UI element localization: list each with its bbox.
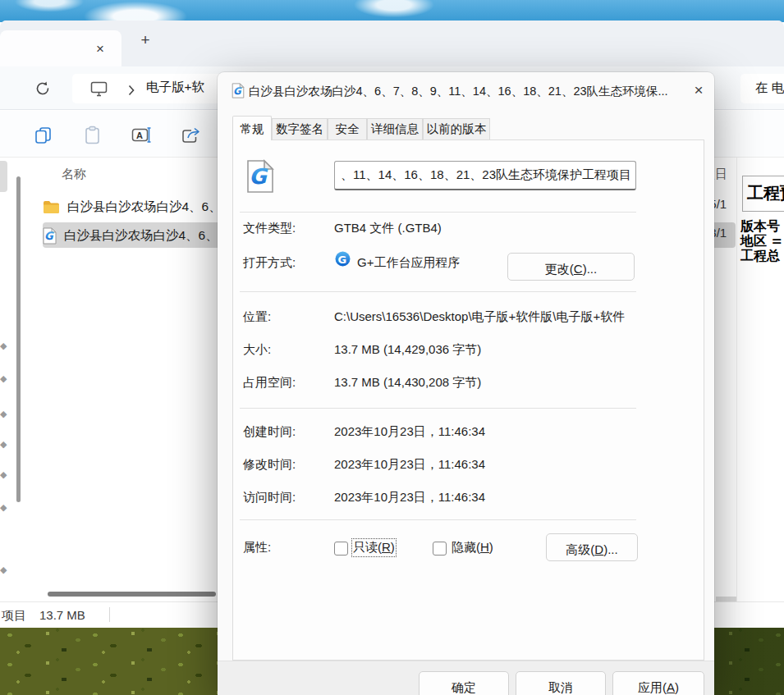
tab-digital-signatures[interactable]: 数字签名	[272, 118, 328, 139]
tree-expand-icon[interactable]: ◆	[0, 469, 7, 479]
horizontal-scrollbar[interactable]	[48, 592, 216, 597]
desktop-wallpaper-sky	[0, 0, 784, 22]
explorer-tab-bar: × +	[0, 21, 784, 66]
location-label: 位置:	[243, 309, 271, 325]
advanced-button[interactable]: 高级(D)...	[546, 533, 638, 561]
gplus-app-icon: G	[334, 250, 351, 267]
file-type-label: 文件类型:	[243, 221, 296, 236]
file-row-gtb4-selected[interactable]: G 白沙县白沙农场白沙4、6、	[43, 223, 218, 248]
general-tab-panel	[232, 139, 704, 661]
tree-expand-icon[interactable]: ◆	[0, 502, 7, 512]
tab-close-icon[interactable]: ×	[90, 39, 110, 59]
refresh-icon	[34, 80, 51, 97]
change-button[interactable]: 更改(C)...	[507, 253, 635, 281]
cancel-button[interactable]: 取消	[516, 671, 606, 695]
created-label: 创建时间:	[243, 424, 296, 440]
svg-text:G: G	[249, 164, 268, 189]
separator	[240, 291, 636, 292]
tree-expand-icon[interactable]: ◆	[0, 565, 7, 574]
folder-icon	[43, 200, 60, 214]
properties-dialog: G 白沙县白沙农场白沙4、6、7、8、9、11、14、16、18、21、23队生…	[218, 72, 714, 695]
file-type-icon: G	[246, 159, 274, 194]
separator	[240, 408, 636, 409]
modified-value: 2023年10月23日，11:46:34	[334, 457, 485, 473]
apply-button[interactable]: 应用(A)	[612, 671, 704, 695]
rename-button[interactable]: A	[130, 123, 153, 146]
explorer-active-tab[interactable]: ×	[0, 30, 121, 66]
nav-pane-scrollbar[interactable]	[16, 176, 21, 502]
status-divider	[109, 607, 110, 622]
refresh-button[interactable]	[33, 79, 53, 98]
accessed-value: 2023年10月23日，11:46:34	[334, 490, 485, 505]
share-button[interactable]	[179, 123, 202, 146]
preview-title: 工程预	[747, 182, 784, 204]
svg-text:A: A	[136, 130, 143, 139]
file-row-folder[interactable]: 白沙县白沙农场白沙4、6、	[43, 194, 222, 219]
ok-button[interactable]: 确定	[419, 671, 509, 695]
file-name: 白沙县白沙农场白沙4、6、	[67, 199, 222, 216]
readonly-checkbox[interactable]	[334, 542, 348, 556]
gtb4-file-icon: G	[43, 227, 57, 245]
size-on-disk-label: 占用空间:	[243, 375, 296, 391]
hidden-checkbox[interactable]	[433, 542, 447, 556]
tab-details[interactable]: 详细信息	[367, 118, 423, 139]
share-icon	[181, 126, 200, 144]
size-on-disk-value: 13.7 MB (14,430,208 字节)	[334, 375, 481, 391]
location-value: C:\Users\16536\Desktop\电子版+软件版\电子版+软件	[334, 309, 625, 325]
dialog-close-icon[interactable]: ×	[688, 80, 709, 101]
accessed-label: 访问时间:	[243, 490, 296, 505]
copy-icon	[34, 126, 53, 144]
open-with-label: 打开方式:	[243, 255, 296, 271]
file-name: 白沙县白沙农场白沙4、6、	[64, 227, 218, 245]
tree-expand-icon[interactable]: ◆	[0, 341, 7, 350]
rename-icon: A	[131, 126, 152, 144]
attributes-label: 属性:	[243, 540, 271, 556]
separator	[240, 519, 636, 520]
copy-button[interactable]	[31, 123, 54, 146]
breadcrumb[interactable]: 电子版+软	[146, 79, 228, 96]
tab-previous-versions[interactable]: 以前的版本	[423, 118, 490, 139]
paste-icon	[83, 126, 102, 144]
new-tab-button[interactable]: +	[135, 30, 155, 50]
svg-text:G: G	[338, 254, 347, 266]
paste-button[interactable]	[80, 123, 103, 146]
size-value: 13.7 MB (14,429,036 字节)	[334, 342, 481, 358]
tab-security[interactable]: 安全	[328, 118, 367, 139]
separator	[240, 212, 636, 213]
nav-pane-selection-fragment	[0, 161, 7, 192]
svg-text:G: G	[44, 230, 54, 242]
tree-expand-icon[interactable]: ◆	[0, 373, 7, 383]
created-value: 2023年10月23日，11:46:34	[334, 424, 485, 440]
modified-label: 修改时间:	[243, 457, 296, 473]
svg-text:G: G	[233, 85, 242, 97]
status-size: 13.7 MB	[39, 608, 85, 622]
file-type-value: GTB4 文件 (.GTB4)	[334, 221, 442, 236]
tree-expand-icon[interactable]: ◆	[0, 409, 7, 418]
search-input[interactable]: 在 电	[740, 74, 784, 103]
column-header-name[interactable]: 名称	[62, 167, 86, 182]
size-label: 大小:	[243, 342, 271, 358]
breadcrumb-chevron-icon	[121, 80, 141, 100]
status-items-fragment: 项目	[2, 608, 26, 624]
screen: × + 电子版+软	[0, 0, 784, 695]
this-pc-icon[interactable]	[89, 79, 108, 98]
preview-line: 工程总	[740, 248, 780, 265]
readonly-label[interactable]: 只读(R)	[353, 540, 395, 556]
dialog-title-file-icon: G	[232, 83, 245, 98]
tab-general[interactable]: 常规	[232, 116, 272, 140]
hidden-label[interactable]: 隐藏(H)	[452, 540, 493, 556]
open-with-app: G+工作台应用程序	[357, 255, 460, 271]
preview-pane: 工程预 版本号 地区 = 工程总	[736, 158, 784, 601]
tree-expand-icon[interactable]: ◆	[0, 439, 7, 449]
filename-input[interactable]: 、11、14、16、18、21、23队生态环境保护工程项目	[334, 161, 636, 190]
dialog-title: 白沙县白沙农场白沙4、6、7、8、9、11、14、16、18、21、23队生态环…	[249, 84, 692, 99]
